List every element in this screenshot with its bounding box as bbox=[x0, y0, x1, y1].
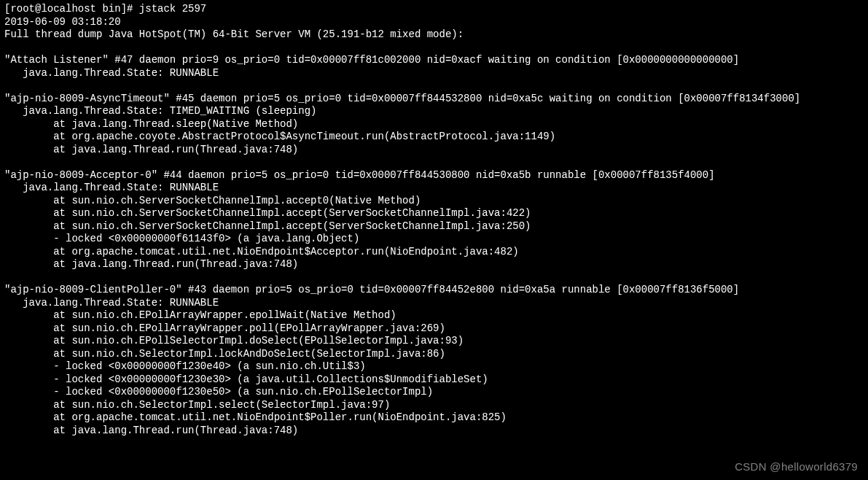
stack-line: at java.lang.Thread.run(Thread.java:748) bbox=[4, 144, 298, 155]
stack-line: - locked <0x00000000f61143f0> (a java.la… bbox=[4, 233, 359, 244]
timestamp-line: 2019-06-09 03:18:20 bbox=[4, 16, 121, 28]
stack-line: at sun.nio.ch.EPollArrayWrapper.epollWai… bbox=[4, 309, 396, 321]
stack-line: - locked <0x00000000f1230e30> (a java.ut… bbox=[4, 373, 488, 385]
thread-title: "ajp-nio-8009-ClientPoller-0" #43 daemon… bbox=[4, 284, 739, 295]
thread-state: java.lang.Thread.State: RUNNABLE bbox=[4, 182, 219, 193]
stack-line: at sun.nio.ch.ServerSocketChannelImpl.ac… bbox=[4, 195, 421, 206]
thread-title: "Attach Listener" #47 daemon prio=9 os_p… bbox=[4, 54, 739, 66]
thread-state: java.lang.Thread.State: TIMED_WAITING (s… bbox=[4, 105, 316, 117]
thread-title: "ajp-nio-8009-AsyncTimeout" #45 daemon p… bbox=[4, 93, 800, 104]
prompt-line: [root@localhost bin]# jstack 2597 bbox=[4, 3, 206, 15]
stack-line: at sun.nio.ch.SelectorImpl.select(Select… bbox=[4, 399, 390, 411]
stack-line: - locked <0x00000000f1230e40> (a sun.nio… bbox=[4, 360, 366, 372]
stack-line: at org.apache.tomcat.util.net.NioEndpoin… bbox=[4, 246, 519, 258]
watermark: CSDN @helloworld6379 bbox=[735, 460, 858, 474]
stack-line: at sun.nio.ch.SelectorImpl.lockAndDoSele… bbox=[4, 348, 445, 360]
terminal-output[interactable]: [root@localhost bin]# jstack 2597 2019-0… bbox=[0, 0, 868, 440]
dump-header: Full thread dump Java HotSpot(TM) 64-Bit… bbox=[4, 28, 464, 40]
thread-state: java.lang.Thread.State: RUNNABLE bbox=[4, 67, 219, 79]
stack-line: - locked <0x00000000f1230e50> (a sun.nio… bbox=[4, 386, 433, 398]
stack-line: at org.apache.coyote.AbstractProtocol$As… bbox=[4, 131, 555, 142]
stack-line: at org.apache.tomcat.util.net.NioEndpoin… bbox=[4, 411, 507, 423]
stack-line: at sun.nio.ch.EPollArrayWrapper.poll(EPo… bbox=[4, 322, 445, 334]
stack-line: at java.lang.Thread.run(Thread.java:748) bbox=[4, 258, 298, 270]
stack-line: at java.lang.Thread.run(Thread.java:748) bbox=[4, 425, 298, 436]
thread-title: "ajp-nio-8009-Acceptor-0" #44 daemon pri… bbox=[4, 169, 715, 181]
thread-state: java.lang.Thread.State: RUNNABLE bbox=[4, 297, 219, 309]
stack-line: at sun.nio.ch.ServerSocketChannelImpl.ac… bbox=[4, 220, 531, 232]
stack-line: at sun.nio.ch.EPollSelectorImpl.doSelect… bbox=[4, 335, 464, 347]
stack-line: at java.lang.Thread.sleep(Native Method) bbox=[4, 118, 298, 130]
stack-line: at sun.nio.ch.ServerSocketChannelImpl.ac… bbox=[4, 207, 531, 219]
